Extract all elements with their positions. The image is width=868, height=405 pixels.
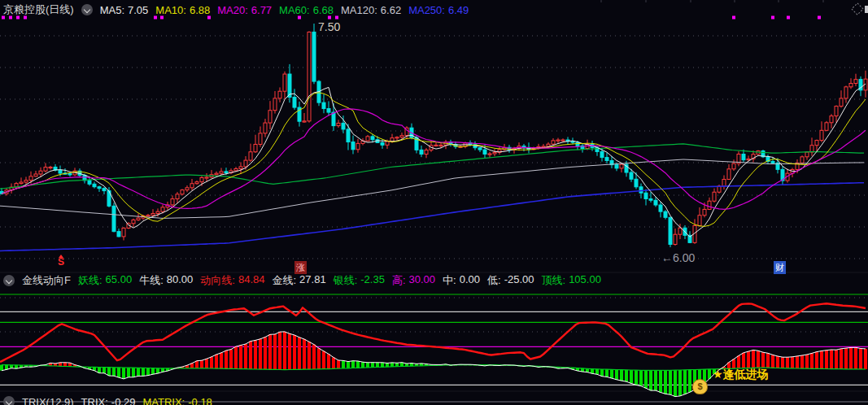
zhong-legend: 中:0.00 [443,273,480,288]
main-chart-header: 京粮控股(日线) MA5:7.05 MA10:6.88 MA20:6.77 MA… [0,0,868,20]
ma5-legend: MA5:7.05 [100,4,149,16]
dingxian-legend: 顶线:105.00 [542,273,601,288]
indicator-header: 金线动向F 妖线:65.00 牛线:80.00 动向线:84.84 金线:27.… [0,273,868,288]
ma10-legend: MA10:6.88 [155,4,210,16]
trix-name: TRIX(12,9) [22,396,74,405]
indicator-name: 金线动向F [22,273,71,288]
ma250-legend: MA250:6.49 [408,4,469,16]
money-bag-icon: $ [692,379,708,394]
trix-legend: TRIX:-0.29 [81,396,136,405]
collapse-chevron-icon[interactable] [3,396,15,405]
trix-header: TRIX(12,9) TRIX:-0.29 MATRIX:-0.18 [0,395,868,405]
niuxian-legend: 牛线:80.00 [139,273,193,288]
dongxiang-legend: 动向线:84.84 [200,273,264,288]
ma120-legend: MA120:6.62 [341,4,401,16]
low-price-label: ←6.00 [661,251,695,264]
matrix-legend: MATRIX:-0.18 [142,396,212,405]
stock-chart-window: 京粮控股(日线) MA5:7.05 MA10:6.88 MA20:6.77 MA… [0,0,868,405]
buy-signal-label: ★逢低进场 [713,368,769,382]
di-legend: 低:-25.00 [487,273,534,288]
jinxian-legend: 金线:27.81 [272,273,325,288]
zhang-marker[interactable]: 涨 [294,261,307,274]
yaoxian-legend: 妖线:65.00 [78,273,132,288]
collapse-chevron-icon[interactable] [81,4,93,15]
peak-price-label: 7.50 [318,20,340,33]
sell-signal-marker: S [58,255,64,266]
yinxian-legend: 银线:-2.35 [334,273,385,288]
ma20-legend: MA20:6.77 [217,4,272,16]
cai-marker[interactable]: 财 [774,261,786,274]
stock-title: 京粮控股(日线) [3,2,74,17]
chart-canvas[interactable] [0,0,868,405]
ma60-legend: MA60:6.68 [279,4,334,16]
gao-legend: 高:30.00 [392,273,435,288]
collapse-chevron-icon[interactable] [3,275,15,286]
